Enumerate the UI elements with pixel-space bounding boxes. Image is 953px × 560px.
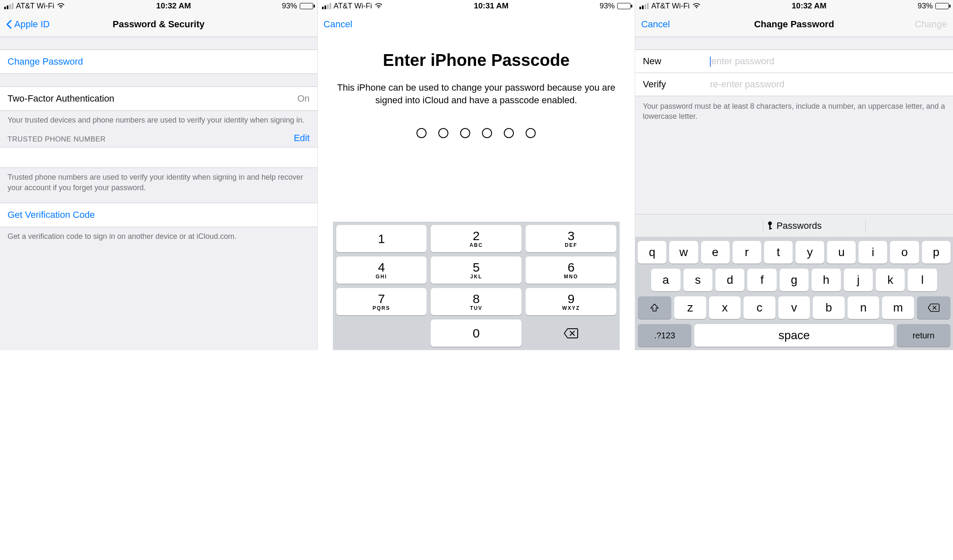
two-factor-label: Two-Factor Authentication bbox=[8, 93, 114, 104]
numkey-0[interactable]: 0 bbox=[431, 319, 521, 347]
trusted-number-header: TRUSTED PHONE NUMBER bbox=[8, 135, 106, 144]
backspace-key[interactable] bbox=[917, 296, 950, 319]
numkey-7[interactable]: 7PQRS bbox=[336, 288, 427, 315]
nav-bar: Cancel bbox=[318, 12, 635, 37]
signal-bars-icon bbox=[4, 3, 13, 9]
battery-percent: 93% bbox=[282, 2, 297, 10]
status-bar: AT&T Wi-Fi 10:32 AM 93% bbox=[0, 0, 317, 12]
letter-key-p[interactable]: p bbox=[922, 241, 950, 264]
numkey-8[interactable]: 8TUV bbox=[431, 288, 521, 315]
signal-bars-icon bbox=[639, 3, 649, 9]
verify-password-row[interactable]: Verify re-enter password bbox=[635, 73, 953, 96]
letter-key-t[interactable]: t bbox=[764, 241, 793, 264]
letter-key-e[interactable]: e bbox=[701, 241, 730, 264]
verify-password-placeholder: re-enter password bbox=[710, 79, 784, 90]
letter-key-m[interactable]: m bbox=[882, 296, 914, 319]
passcode-dot bbox=[482, 128, 492, 138]
numkey-2[interactable]: 2ABC bbox=[431, 225, 521, 252]
letter-key-c[interactable]: c bbox=[744, 296, 775, 319]
wifi-icon bbox=[692, 3, 701, 9]
trusted-number-row[interactable] bbox=[0, 147, 317, 168]
battery-icon bbox=[300, 3, 313, 9]
letter-key-j[interactable]: j bbox=[844, 269, 873, 291]
nav-bar: Apple ID Password & Security bbox=[0, 12, 317, 37]
letter-key-d[interactable]: d bbox=[715, 269, 744, 291]
battery-icon bbox=[617, 3, 631, 9]
battery-percent: 93% bbox=[918, 2, 933, 10]
carrier-label: AT&T Wi-Fi bbox=[334, 2, 372, 10]
numbers-key[interactable]: .?123 bbox=[638, 324, 691, 347]
clock: 10:32 AM bbox=[792, 1, 827, 10]
numkey-9[interactable]: 9WXYZ bbox=[526, 288, 616, 315]
letter-key-b[interactable]: b bbox=[813, 296, 845, 319]
signal-bars-icon bbox=[322, 3, 331, 9]
letter-key-a[interactable]: a bbox=[651, 269, 680, 291]
screenshot-enter-passcode: AT&T Wi-Fi 10:31 AM 93% Cancel Enter iPh… bbox=[318, 0, 636, 350]
passcode-dot bbox=[460, 128, 470, 138]
numeric-keypad: 1 2ABC 3DEF 4GHI 5JKL 6MNO 7PQRS 8TUV 9W… bbox=[333, 222, 620, 350]
letter-key-r[interactable]: r bbox=[733, 241, 761, 264]
letter-key-z[interactable]: z bbox=[674, 296, 706, 319]
page-title: Change Password bbox=[635, 19, 953, 30]
back-label: Apple ID bbox=[14, 19, 50, 30]
space-key[interactable]: space bbox=[694, 324, 894, 347]
cancel-button[interactable]: Cancel bbox=[324, 19, 352, 30]
numkey-4[interactable]: 4GHI bbox=[336, 256, 427, 284]
letter-key-g[interactable]: g bbox=[780, 269, 809, 291]
backspace-icon bbox=[563, 328, 579, 339]
status-bar: AT&T Wi-Fi 10:32 AM 93% bbox=[635, 0, 953, 12]
edit-button[interactable]: Edit bbox=[294, 133, 310, 144]
letter-key-u[interactable]: u bbox=[827, 241, 856, 264]
password-requirements: Your password must be at least 8 charact… bbox=[635, 96, 953, 127]
carrier-label: AT&T Wi-Fi bbox=[651, 2, 689, 10]
new-password-row[interactable]: New enter password bbox=[635, 50, 953, 73]
letter-key-f[interactable]: f bbox=[747, 269, 776, 291]
letter-key-x[interactable]: x bbox=[709, 296, 741, 319]
wifi-icon bbox=[57, 3, 65, 9]
numkey-1[interactable]: 1 bbox=[336, 225, 427, 252]
numkey-blank bbox=[336, 319, 427, 347]
passcode-title: Enter iPhone Passcode bbox=[333, 50, 620, 70]
letter-key-y[interactable]: y bbox=[796, 241, 824, 264]
letter-key-v[interactable]: v bbox=[778, 296, 810, 319]
get-verification-code-row[interactable]: Get Verification Code bbox=[0, 203, 317, 227]
wifi-icon bbox=[374, 3, 383, 9]
letter-key-q[interactable]: q bbox=[638, 241, 666, 264]
backspace-key[interactable] bbox=[526, 319, 616, 347]
letter-key-i[interactable]: i bbox=[859, 241, 887, 264]
clock: 10:31 AM bbox=[474, 1, 509, 10]
cancel-button[interactable]: Cancel bbox=[641, 19, 670, 30]
letter-key-h[interactable]: h bbox=[812, 269, 840, 291]
change-password-row[interactable]: Change Password bbox=[0, 50, 317, 74]
passcode-dots bbox=[333, 128, 620, 138]
letter-key-w[interactable]: w bbox=[669, 241, 698, 264]
qwerty-keyboard: qwertyuiop asdfghjkl zxcvbnm bbox=[635, 237, 953, 350]
letter-key-k[interactable]: k bbox=[876, 269, 905, 291]
back-button[interactable]: Apple ID bbox=[6, 19, 50, 30]
clock: 10:32 AM bbox=[156, 1, 191, 10]
shift-icon bbox=[649, 303, 660, 313]
get-verification-code-label: Get Verification Code bbox=[8, 209, 95, 220]
letter-key-o[interactable]: o bbox=[890, 241, 919, 264]
new-password-label: New bbox=[643, 56, 710, 67]
battery-icon bbox=[935, 3, 949, 9]
passcode-dot bbox=[504, 128, 514, 138]
key-icon bbox=[767, 221, 773, 230]
battery-percent: 93% bbox=[600, 2, 615, 10]
passwords-label: Passwords bbox=[777, 220, 822, 231]
change-password-label: Change Password bbox=[8, 56, 83, 67]
shift-key[interactable] bbox=[638, 296, 671, 319]
keyboard-suggestion-bar[interactable]: Passwords bbox=[635, 214, 953, 237]
numkey-5[interactable]: 5JKL bbox=[431, 256, 521, 284]
letter-key-n[interactable]: n bbox=[848, 296, 880, 319]
numkey-6[interactable]: 6MNO bbox=[526, 256, 616, 284]
status-bar: AT&T Wi-Fi 10:31 AM 93% bbox=[318, 0, 635, 12]
numkey-3[interactable]: 3DEF bbox=[526, 225, 616, 252]
return-key[interactable]: return bbox=[897, 324, 950, 347]
letter-key-l[interactable]: l bbox=[908, 269, 937, 291]
letter-key-s[interactable]: s bbox=[683, 269, 712, 291]
change-button[interactable]: Change bbox=[915, 19, 947, 30]
passcode-dot bbox=[416, 128, 427, 138]
nav-bar: Cancel Change Password Change bbox=[635, 12, 953, 37]
two-factor-row[interactable]: Two-Factor Authentication On bbox=[0, 86, 317, 111]
